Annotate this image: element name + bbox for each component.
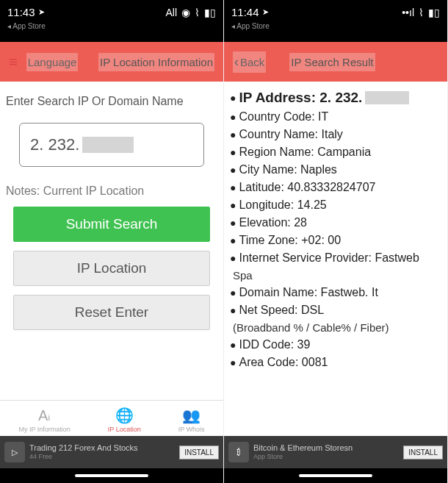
result-lat: Latitude: 40.83332824707	[239, 181, 375, 194]
home-indicator	[224, 468, 447, 483]
phone-left: 11:43 ➤ All ◉ ⌇ ▮▯ ◂ App Store ≡ Languag…	[0, 0, 224, 483]
tab-my-ip[interactable]: Aᵢ My IP Information	[18, 407, 70, 433]
install-button[interactable]: INSTALL	[179, 446, 219, 459]
result-lon: Longitude: 14.25	[239, 198, 326, 212]
signal-icon: ••ıl	[402, 7, 414, 18]
result-timezone: Time Zone: +02: 00	[239, 234, 341, 247]
result-area: Area Code: 0081	[239, 356, 328, 369]
tab-whois[interactable]: 👥 IP Whois	[178, 407, 205, 433]
app-header: ≡ Language IP Location Information	[0, 42, 223, 82]
result-elevation: Elevation: 28	[239, 216, 307, 229]
result-isp-sub: Spa	[230, 267, 441, 284]
result-region: Region Name: Campania	[239, 146, 371, 159]
submit-button[interactable]: Submit Search	[13, 207, 210, 242]
app-header: ‹ Back IP Search Result	[224, 42, 447, 82]
result-country-code: Country Code: IT	[239, 110, 328, 124]
reset-button[interactable]: Reset Enter	[13, 295, 210, 330]
status-bar: 11:44 ➤ ••ıl ⌇ ▮▯	[224, 0, 447, 22]
search-label: Enter Search IP Or Domain Name	[4, 92, 219, 111]
result-netspeed-sub: (Broadband % / Cable% / Fiber)	[230, 319, 441, 336]
back-button[interactable]: ‹ Back	[233, 51, 266, 73]
page-title: IP Location Information	[98, 53, 214, 71]
globe-icon: 🌐	[115, 407, 134, 424]
ad-title: Bitcoin & Ethereum Storesn	[253, 443, 399, 453]
result-ip: IP Address: 2. 232.	[239, 90, 362, 106]
battery-icon: ▮▯	[204, 7, 216, 18]
wifi-icon-2: ⌇	[195, 7, 200, 18]
result-netspeed: Net Speed: DSL	[239, 304, 324, 317]
ip-value: 2. 232.	[30, 135, 79, 154]
ip-input[interactable]: 2. 232.	[19, 123, 204, 167]
info-icon: Aᵢ	[38, 407, 51, 424]
status-time: 11:44	[231, 6, 259, 18]
page-title: IP Search Result	[289, 53, 375, 71]
result-city: City Name: Naples	[239, 163, 336, 176]
location-arrow-icon: ➤	[262, 7, 269, 17]
status-time: 11:43	[7, 6, 35, 18]
notes-label: Notes: Current IP Location	[4, 182, 219, 201]
ad-banner[interactable]: ₿ Bitcoin & Ethereum Storesn App Store I…	[224, 436, 447, 468]
ad-banner[interactable]: ▷ Trading 212 Forex And Stocks 44 Free I…	[0, 436, 223, 468]
result-country-name: Country Name: Italy	[239, 128, 342, 141]
redacted-block	[365, 91, 409, 104]
tab-ip-location[interactable]: 🌐 IP Location	[108, 407, 141, 433]
result-domain: Domain Name: Fastweb. It	[239, 286, 377, 299]
status-bar: 11:43 ➤ All ◉ ⌇ ▮▯	[0, 0, 223, 22]
ad-subtitle: App Store	[253, 453, 399, 461]
results-list: ●IP Address: 2. 232. ●Country Code: IT ●…	[224, 82, 447, 436]
battery-icon: ▮▯	[428, 7, 440, 18]
ad-title: Trading 212 Forex And Stocks	[29, 443, 175, 453]
tab-bar: Aᵢ My IP Information 🌐 IP Location 👥 IP …	[0, 400, 223, 436]
wifi-icon: ⌇	[419, 7, 424, 18]
phone-right: 11:44 ➤ ••ıl ⌇ ▮▯ ◂ App Store ‹ Back IP …	[224, 0, 448, 483]
status-all: All	[165, 7, 177, 18]
chevron-left-icon: ‹	[234, 54, 239, 70]
redacted-block	[82, 137, 134, 153]
wifi-icon: ◉	[181, 7, 190, 18]
install-button[interactable]: INSTALL	[403, 446, 443, 459]
result-isp: Internet Service Provider: Fastweb	[239, 251, 419, 265]
ad-subtitle: 44 Free	[29, 453, 175, 461]
hamburger-icon[interactable]: ≡	[9, 54, 18, 71]
back-to-app[interactable]: ◂ App Store	[224, 22, 447, 35]
ad-icon: ▷	[4, 442, 25, 462]
language-button[interactable]: Language	[26, 53, 79, 71]
back-to-app[interactable]: ◂ App Store	[0, 22, 223, 35]
ad-icon: ₿	[228, 442, 249, 462]
ip-location-button[interactable]: IP Location	[13, 251, 210, 286]
people-icon: 👥	[182, 407, 200, 424]
home-indicator	[0, 468, 223, 483]
result-idd: IDD Code: 39	[239, 338, 310, 351]
location-arrow-icon: ➤	[38, 7, 45, 17]
